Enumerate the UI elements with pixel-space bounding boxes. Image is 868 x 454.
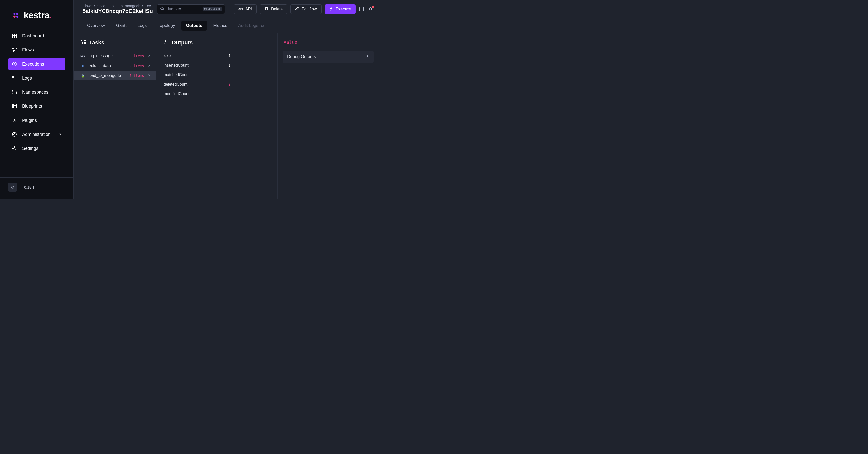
- plugins-icon: [11, 118, 17, 123]
- svg-rect-19: [196, 8, 199, 10]
- page-title: 5alkidYC8ncqn7cG2keHSu: [83, 8, 153, 14]
- sidebar-nav: Dashboard Flows Executions Logs Namespac…: [0, 28, 73, 177]
- tab-topology[interactable]: Topology: [153, 21, 179, 31]
- output-key: matchedCount: [163, 72, 190, 77]
- jump-placeholder: Jump to...: [167, 7, 193, 11]
- edit-flow-button[interactable]: Edit flow: [290, 4, 321, 14]
- svg-rect-3: [13, 15, 16, 18]
- task-type-icon: LOG: [81, 54, 85, 58]
- svg-rect-6: [12, 36, 14, 38]
- task-type-icon: 🍃: [81, 73, 85, 78]
- tab-overview[interactable]: Overview: [83, 21, 110, 31]
- output-row[interactable]: matchedCount 0: [156, 70, 238, 79]
- chevron-right-icon: [366, 54, 369, 59]
- task-count: 2 items: [129, 64, 144, 68]
- tasks-panel-header: Tasks: [73, 39, 156, 51]
- task-row[interactable]: 🍃 load_to_mongodb 5 items: [73, 71, 156, 80]
- delete-button[interactable]: Delete: [260, 4, 287, 14]
- svg-rect-13: [12, 90, 16, 94]
- svg-rect-4: [12, 34, 14, 36]
- outputs-panel: Outputs size 1 insertedCount 1 matchedCo…: [156, 33, 238, 199]
- chevron-right-icon: [148, 54, 151, 58]
- bolt-icon: [330, 6, 333, 11]
- sidebar-item-administration[interactable]: Administration: [8, 128, 65, 141]
- task-count: 5 items: [129, 73, 144, 77]
- svg-rect-2: [16, 15, 19, 18]
- outputs-panel-header: Outputs: [156, 39, 238, 51]
- execute-button[interactable]: Execute: [325, 4, 355, 14]
- version-label: 0.18.1: [24, 185, 35, 189]
- chevron-right-icon: [58, 132, 62, 137]
- output-row[interactable]: modifiedCount 0: [156, 89, 238, 99]
- task-name: extract_data: [89, 64, 126, 68]
- notifications-button[interactable]: [368, 6, 374, 12]
- output-row[interactable]: size 1: [156, 51, 238, 61]
- namespaces-icon: [11, 89, 17, 95]
- notification-dot-icon: [372, 6, 374, 8]
- task-row[interactable]: {} extract_data 2 items: [73, 61, 156, 71]
- api-button[interactable]: API API: [234, 4, 257, 14]
- logo-text: kestra.: [24, 10, 52, 21]
- svg-rect-14: [12, 104, 16, 108]
- tabs: Overview Gantt Logs Topology Outputs Met…: [73, 18, 380, 33]
- output-key: deletedCount: [163, 82, 187, 87]
- administration-icon: [11, 132, 17, 137]
- output-row[interactable]: deletedCount 0: [156, 79, 238, 89]
- sidebar-item-namespaces[interactable]: Namespaces: [8, 86, 65, 98]
- breadcrumb[interactable]: Flows/dev.api_json_to_mongodb/Exe: [83, 3, 153, 8]
- sidebar-item-label: Plugins: [22, 118, 37, 123]
- jump-to-input[interactable]: Jump to... Ctrl/Cmd + K: [157, 4, 225, 14]
- debug-outputs-button[interactable]: Debug Outputs: [283, 51, 374, 63]
- output-value: 1: [228, 54, 230, 58]
- panels: Tasks LOG log_message 0 items {} extract…: [73, 33, 380, 199]
- sidebar-item-logs[interactable]: Logs: [8, 72, 65, 85]
- sidebar-item-plugins[interactable]: Plugins: [8, 114, 65, 127]
- outputs-icon: [163, 39, 168, 46]
- tab-audit-logs: Audit Logs: [234, 21, 269, 31]
- output-row[interactable]: insertedCount 1: [156, 61, 238, 70]
- tab-logs[interactable]: Logs: [133, 21, 151, 31]
- tasks-icon: [81, 39, 86, 46]
- sidebar-item-label: Logs: [22, 75, 32, 81]
- sidebar-item-label: Administration: [22, 132, 51, 137]
- tab-gantt[interactable]: Gantt: [112, 21, 131, 31]
- sidebar-item-label: Executions: [22, 62, 44, 67]
- trash-icon: [265, 6, 269, 11]
- executions-icon: [11, 61, 17, 67]
- sidebar-item-label: Flows: [22, 47, 34, 53]
- sidebar-item-dashboard[interactable]: Dashboard: [8, 30, 65, 42]
- task-row[interactable]: LOG log_message 0 items: [73, 51, 156, 61]
- sidebar-item-settings[interactable]: Settings: [8, 142, 65, 155]
- svg-point-17: [13, 148, 15, 149]
- blueprints-icon: [11, 103, 17, 109]
- chevron-right-icon: [148, 73, 151, 78]
- sidebar-item-flows[interactable]: Flows: [8, 44, 65, 56]
- header: Flows/dev.api_json_to_mongodb/Exe 5alkid…: [73, 0, 380, 18]
- task-name: log_message: [89, 54, 126, 58]
- logs-icon: [11, 75, 17, 81]
- sidebar-item-blueprints[interactable]: Blueprints: [8, 100, 65, 112]
- tasks-panel: Tasks LOG log_message 0 items {} extract…: [73, 33, 156, 199]
- value-label: Value: [283, 39, 374, 51]
- sidebar-collapse-button[interactable]: [8, 183, 17, 192]
- lock-icon: [261, 23, 264, 28]
- task-count: 0 items: [129, 54, 144, 58]
- sidebar-item-label: Dashboard: [22, 33, 44, 39]
- dashboard-icon: [11, 33, 17, 39]
- logo-mark-icon: [11, 11, 20, 20]
- tab-metrics[interactable]: Metrics: [209, 21, 232, 31]
- flows-icon: [11, 47, 17, 53]
- keyboard-icon: [196, 7, 199, 11]
- svg-point-15: [12, 132, 16, 136]
- svg-rect-7: [14, 36, 16, 38]
- sidebar-footer: 0.18.1: [0, 177, 73, 199]
- sidebar-item-executions[interactable]: Executions: [8, 58, 65, 70]
- svg-rect-21: [261, 25, 264, 27]
- svg-rect-12: [12, 76, 13, 77]
- tab-outputs[interactable]: Outputs: [181, 21, 207, 31]
- sidebar-item-label: Settings: [22, 146, 38, 151]
- svg-rect-9: [15, 48, 16, 49]
- sidebar-item-label: Namespaces: [22, 90, 49, 95]
- help-button[interactable]: [359, 6, 365, 12]
- sidebar-item-label: Blueprints: [22, 104, 42, 109]
